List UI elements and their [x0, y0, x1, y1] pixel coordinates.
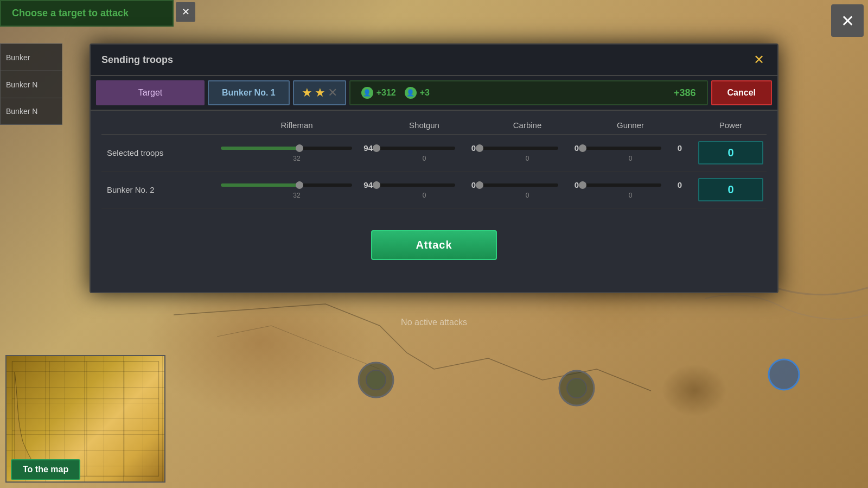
carbine-sub-1: 0: [526, 155, 529, 162]
col-header-power: Power: [682, 121, 780, 130]
stats-tab: 👤 +312 👤 +3 +386: [349, 80, 708, 105]
carbine-value-1: 0: [563, 143, 579, 153]
star-3: ✕: [328, 86, 337, 100]
shotgun-slider-thumb-1[interactable]: [373, 144, 380, 152]
shotgun-sub-1: 0: [423, 155, 426, 162]
rifleman-slider-container-1: 94: [221, 143, 373, 153]
row-label-bunker2: Bunker No. 2: [101, 185, 221, 194]
col-header-empty: [101, 121, 221, 130]
modal-close-button[interactable]: ✕: [751, 52, 767, 67]
shotgun-slider-cell-1: 0 0: [373, 143, 476, 162]
rifleman-slider-fill-1: [221, 147, 299, 150]
gunner-value-1: 0: [666, 143, 682, 153]
gunner-slider-container-2: 0: [579, 180, 682, 189]
gunner-slider-thumb-1[interactable]: [579, 144, 586, 152]
cancel-button[interactable]: Cancel: [711, 80, 772, 105]
gunner-value-2: 0: [666, 180, 682, 189]
carbine-slider-track-2[interactable]: [476, 183, 558, 187]
stat-troops: 👤 +312: [361, 87, 396, 99]
row-label-selected: Selected troops: [101, 148, 221, 157]
gunner-slider-thumb-2[interactable]: [579, 181, 586, 189]
stars-tab: ★ ★ ✕: [293, 80, 346, 105]
shotgun-sub-2: 0: [423, 192, 426, 199]
gunner-slider-container-1: 0: [579, 143, 682, 153]
col-header-carbine: Carbine: [476, 121, 579, 130]
rifleman-value-1: 94: [356, 143, 373, 153]
rifleman-value-2: 94: [356, 180, 373, 189]
gunner-sub-1: 0: [629, 155, 633, 162]
power-box-1: 0: [698, 141, 763, 164]
power-box-2: 0: [698, 178, 763, 201]
shotgun-value-1: 0: [459, 143, 476, 153]
tab-bunker-no1[interactable]: Bunker No. 1: [208, 80, 290, 105]
rifleman-sub-1: 32: [293, 155, 300, 162]
shotgun-value-2: 0: [459, 180, 476, 189]
table-row-selected-troops: Selected troops 94 32: [101, 135, 767, 172]
gunner-slider-track-2[interactable]: [579, 183, 661, 187]
carbine-slider-container-2: 0: [476, 180, 579, 189]
tabs-row: Target Bunker No. 1 ★ ★ ✕ 👤 +312 👤 +3 +3: [91, 76, 777, 111]
rifleman-slider-cell-2: 94 32: [221, 180, 373, 199]
gunner-sub-2: 0: [629, 192, 633, 199]
sending-troops-modal: Sending troops ✕ Target Bunker No. 1 ★ ★…: [90, 43, 778, 293]
modal-title: Sending troops: [101, 54, 173, 66]
shotgun-slider-track-2[interactable]: [373, 183, 455, 187]
star-2: ★: [315, 86, 326, 100]
rifleman-slider-container-2: 94: [221, 180, 373, 189]
rifleman-slider-thumb-1[interactable]: [296, 144, 303, 152]
stat-groups: 👤 +3: [405, 87, 430, 99]
carbine-slider-container-1: 0: [476, 143, 579, 153]
table-header-row: Rifleman Shotgun Carbine Gunner Power: [101, 116, 767, 135]
shotgun-slider-container-1: 0: [373, 143, 476, 153]
stat-total: +386: [674, 87, 696, 99]
shotgun-slider-track-1[interactable]: [373, 147, 455, 150]
modal-header: Sending troops ✕: [91, 45, 777, 76]
rifleman-slider-track-2[interactable]: [221, 183, 352, 187]
tab-target[interactable]: Target: [96, 80, 205, 105]
table-row-bunker2: Bunker No. 2 94 32: [101, 172, 767, 208]
rifleman-slider-track-1[interactable]: [221, 147, 352, 150]
star-1: ★: [302, 86, 312, 100]
carbine-slider-thumb-2[interactable]: [476, 181, 483, 189]
carbine-slider-cell-1: 0 0: [476, 143, 579, 162]
shotgun-slider-container-2: 0: [373, 180, 476, 189]
col-header-rifleman: Rifleman: [221, 121, 373, 130]
modal-overlay: Sending troops ✕ Target Bunker No. 1 ★ ★…: [0, 0, 868, 488]
attack-btn-row: Attack: [91, 214, 777, 274]
rifleman-slider-cell-1: 94 32: [221, 143, 373, 162]
troop-icon-2: 👤: [405, 87, 417, 99]
attack-button[interactable]: Attack: [371, 230, 496, 260]
carbine-slider-track-1[interactable]: [476, 147, 558, 150]
shotgun-slider-cell-2: 0 0: [373, 180, 476, 199]
carbine-sub-2: 0: [526, 192, 529, 199]
gunner-slider-track-1[interactable]: [579, 147, 661, 150]
gunner-slider-cell-1: 0 0: [579, 143, 682, 162]
troops-table: Rifleman Shotgun Carbine Gunner Power Se…: [91, 111, 777, 214]
rifleman-sub-2: 32: [293, 192, 300, 199]
carbine-slider-thumb-1[interactable]: [476, 144, 483, 152]
col-header-shotgun: Shotgun: [373, 121, 476, 130]
shotgun-slider-thumb-2[interactable]: [373, 181, 380, 189]
col-header-gunner: Gunner: [579, 121, 682, 130]
carbine-value-2: 0: [563, 180, 579, 189]
carbine-slider-cell-2: 0 0: [476, 180, 579, 199]
rifleman-slider-thumb-2[interactable]: [296, 181, 303, 189]
troop-icon-1: 👤: [361, 87, 373, 99]
gunner-slider-cell-2: 0 0: [579, 180, 682, 199]
rifleman-slider-fill-2: [221, 183, 299, 187]
